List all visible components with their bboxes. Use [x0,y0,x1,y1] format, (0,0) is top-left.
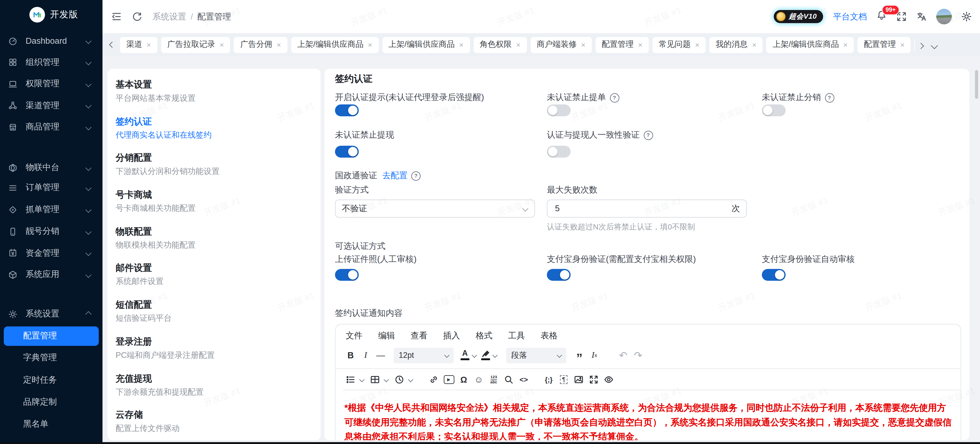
sidebar-item-资金管理[interactable]: 资金管理 [0,242,102,264]
vip-badge[interactable]: 超会V10 [773,10,824,24]
settings-nav-短信配置[interactable]: 短信配置 短信验证码平台 [108,294,321,331]
editor-menu-工具[interactable]: 工具 [508,330,525,342]
toggle-认证与提现人一致性验证[interactable] [547,146,571,158]
tabs-scroll-right-icon[interactable] [919,39,923,50]
tab-广告拉取记录-1[interactable]: 广告拉取记录 × [161,37,230,53]
bold-button[interactable]: B [343,348,358,363]
editor-menu-插入[interactable]: 插入 [443,330,460,342]
strikethrough-button[interactable]: — [373,348,388,363]
code-button[interactable]: <> [516,372,531,387]
editor-menu-编辑[interactable]: 编辑 [378,330,395,342]
toggle-开启认证提示(未认证代理登录后强提醒)[interactable] [335,104,359,116]
toggle-未认证禁止提现[interactable] [335,146,359,158]
settings-nav-分销配置[interactable]: 分销配置 下游默认分润和分销功能设置 [108,147,321,184]
tabs-dropdown-icon[interactable] [932,39,937,50]
close-tab-icon[interactable]: × [277,40,281,49]
editor-content-area[interactable]: *根据《中华人民共和国网络安全法》相关规定，本系统直连运营商系统，为合法合规为您… [336,390,961,441]
tab-配置管理-11[interactable]: 配置管理 × [858,37,911,53]
sidebar-item-订单管理[interactable]: 订单管理 [0,177,102,198]
translate-icon[interactable] [916,11,927,22]
close-tab-icon[interactable]: × [752,40,756,49]
italic-button[interactable]: I [358,348,373,363]
bullet-list-button[interactable] [343,372,358,387]
sidebar-subitem-配置管理[interactable]: 配置管理 [4,326,99,345]
text-color-button[interactable]: A [461,350,469,360]
settings-nav-签约认证[interactable]: 签约认证 代理商实名认证和在线签约 [108,110,321,147]
paragraph-marks-button[interactable]: ¶ [556,372,571,387]
tab-渠道-0[interactable]: 渠道 × [120,37,157,53]
close-tab-icon[interactable]: × [581,40,585,49]
toggle-未认证禁止分销[interactable] [762,104,786,116]
highlight-color-button[interactable] [481,350,490,360]
sidebar-item-抓单管理[interactable]: 抓单管理 [0,199,102,220]
tab-角色权限-5[interactable]: 角色权限 × [473,37,527,53]
code-sample-button[interactable]: {;} [541,372,556,387]
tab-上架/编辑供应商品-10[interactable]: 上架/编辑供应商品 × [766,37,854,53]
clear-format-button[interactable]: Ix [587,348,602,363]
close-tab-icon[interactable]: × [638,40,642,49]
sidebar-subitem-字典管理[interactable]: 字典管理 [4,348,99,367]
editor-menu-表格[interactable]: 表格 [541,330,557,342]
close-tab-icon[interactable]: × [900,40,905,49]
toggle-未认证禁止提单[interactable] [547,104,571,116]
datetime-button[interactable] [392,372,407,387]
settings-nav-号卡商城[interactable]: 号卡商城 号卡商城相关功能配置 [108,184,321,220]
editor-menu-文件[interactable]: 文件 [345,330,363,342]
tab-我的消息-9[interactable]: 我的消息 × [709,37,762,53]
link-button[interactable] [426,372,441,387]
sidebar-subitem-黑名单[interactable]: 黑名单 [4,414,99,434]
close-tab-icon[interactable]: × [147,40,151,49]
settings-nav-云存储[interactable]: 云存储 配置上传文件驱动 [108,404,321,440]
table-button[interactable] [368,372,383,387]
platform-docs-link[interactable]: 平台文档 [833,11,867,22]
breadcrumb-parent[interactable]: 系统设置 [153,11,186,22]
tab-配置管理-12[interactable]: 配置管理 × [915,37,915,53]
max-fail-input[interactable]: 次 [547,200,747,218]
media-button[interactable]: ▶ [441,372,456,387]
toggle-支付宝身份验证(需配置支付宝相关权限)[interactable] [547,269,571,281]
sidebar-item-组织管理[interactable]: 组织管理 [0,52,102,73]
user-avatar[interactable] [936,9,952,24]
settings-nav-登录注册[interactable]: 登录注册 PC端和商户端登录注册配置 [108,331,321,367]
emoji-button[interactable]: ☺ [471,372,487,387]
close-tab-icon[interactable]: × [516,40,520,49]
gzt-help-icon[interactable]: ? [411,171,421,180]
tab-上架/编辑供应商品-3[interactable]: 上架/编辑供应商品 × [291,37,378,53]
special-char-button[interactable]: Ω [456,372,471,387]
undo-button[interactable]: ↶ [616,348,631,363]
tabs-scroll-left-icon[interactable] [110,42,114,47]
sidebar-item-物联中台[interactable]: 物联中台 [0,157,102,178]
nonbreaking-button[interactable]: 123abc [486,372,501,387]
help-icon[interactable]: ? [643,131,653,140]
settings-nav-物联配置[interactable]: 物联配置 物联模块相关功能配置 [108,221,321,257]
tab-常见问题-8[interactable]: 常见问题 × [652,37,705,53]
tab-上架/编辑供应商品-4[interactable]: 上架/编辑供应商品 × [382,37,469,53]
page-scrollbar[interactable] [975,70,978,99]
paragraph-style-select[interactable]: 段落 [506,347,566,363]
sidebar-item-靓号分销[interactable]: 靓号分销 [0,221,102,242]
settings-gear-icon[interactable] [961,11,972,22]
close-tab-icon[interactable]: × [368,40,372,49]
sidebar-subitem-定时任务[interactable]: 定时任务 [4,370,99,390]
help-icon[interactable]: ? [609,93,619,102]
list-dropdown-icon[interactable] [359,377,364,382]
editor-menu-查看[interactable]: 查看 [410,330,427,342]
close-tab-icon[interactable]: × [695,40,699,49]
refresh-icon[interactable] [132,11,143,22]
highlight-dropdown-icon[interactable] [492,353,498,358]
datetime-dropdown-icon[interactable] [408,377,413,382]
max-fail-value[interactable] [554,203,732,214]
settings-nav-邮件设置[interactable]: 邮件设置 系统邮件设置 [108,257,321,294]
search-button[interactable] [501,372,516,387]
tab-商户端装修-6[interactable]: 商户端装修 × [530,37,592,53]
gzt-config-link[interactable]: 去配置 [382,170,407,181]
blockquote-button[interactable]: ” [572,350,587,365]
close-tab-icon[interactable]: × [843,40,848,49]
sidebar-item-权限管理[interactable]: 权限管理 [0,73,102,94]
image-button[interactable] [571,372,586,387]
collapse-sidebar-icon[interactable] [111,11,122,22]
sidebar-item-商品管理[interactable]: 商品管理 [0,117,102,137]
notifications-button[interactable]: 99+ [876,10,887,23]
close-tab-icon[interactable]: × [220,40,224,49]
sidebar-item-渠道管理[interactable]: 渠道管理 [0,95,102,116]
